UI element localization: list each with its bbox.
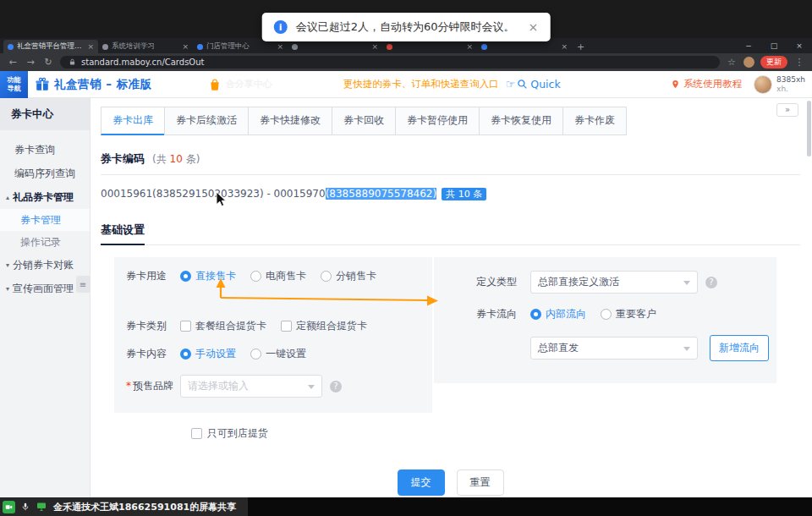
checkbox-fixed-combo-pickup-card[interactable]: 定额组合提货卡: [281, 319, 367, 333]
sidebar-collapse-handle[interactable]: ≡: [76, 276, 90, 293]
favicon: [387, 44, 392, 50]
checkbox-combo-pickup-card[interactable]: 套餐组合提货卡: [180, 319, 266, 333]
sidebar-group-label: 分销券卡对账: [13, 258, 74, 272]
browser-tab-4[interactable]: ×: [288, 40, 382, 53]
form-left-panel: 券卡用途 直接售卡 电商售卡 分销售卡: [114, 257, 432, 413]
search-q-icon: [517, 79, 528, 90]
define-type-select[interactable]: 总部直接定义激活: [530, 271, 698, 294]
tab-quick-modify[interactable]: 券卡快捷修改: [248, 107, 332, 135]
sidebar-item-code-sequence-query[interactable]: 编码序列查询: [0, 162, 90, 185]
function-nav-button[interactable]: 功能 导航: [0, 71, 28, 98]
sidebar-item-operation-log[interactable]: 操作记录: [0, 231, 90, 253]
share-center-link[interactable]: 合分享中心: [208, 78, 272, 91]
card-codes-count: (共 10 条): [152, 153, 200, 165]
help-icon[interactable]: ?: [705, 277, 717, 288]
quick-label: Quick: [530, 78, 560, 91]
help-icon[interactable]: ?: [330, 381, 342, 392]
quick-link[interactable]: Quick: [517, 78, 560, 91]
giftbox-icon: [35, 77, 50, 92]
tab-close-icon[interactable]: ×: [87, 42, 94, 51]
reset-button[interactable]: 重置: [457, 469, 504, 496]
tab-close-icon[interactable]: ×: [182, 42, 189, 51]
radio-label: 直接售卡: [195, 269, 236, 283]
browser-tab-3[interactable]: 门店管理中心 ×: [193, 40, 288, 53]
tab-card-recycle[interactable]: 券卡回收: [332, 107, 396, 135]
radio-icon: [250, 271, 261, 282]
basic-settings-section: 基础设置: [101, 221, 800, 245]
pin-icon: [671, 79, 680, 90]
browser-menu-icon[interactable]: ⋮: [793, 57, 805, 68]
select-value: 总部直接定义激活: [538, 275, 619, 289]
radio-ecommerce-sale[interactable]: 电商售卡: [250, 269, 306, 283]
presale-brand-select[interactable]: 请选择或输入: [180, 375, 322, 398]
close-window-button[interactable]: ×: [787, 38, 812, 53]
favicon: [292, 44, 298, 50]
screen-share-bar: 金禾通技术王斌18662591081的屏幕共享: [0, 497, 812, 516]
sidebar-group-distribution-reconcile[interactable]: ▾ 分销券卡对账: [0, 253, 90, 277]
field-label: 券卡流向: [476, 307, 520, 321]
tab-close-icon[interactable]: ×: [371, 42, 378, 51]
checkbox-label: 定额组合提货卡: [296, 319, 367, 333]
sidebar-group-gift-card-management[interactable]: ▴ 礼品券卡管理: [0, 185, 90, 209]
radio-distribution-sale[interactable]: 分销售卡: [321, 269, 376, 283]
browser-update-chip[interactable]: 更新: [760, 56, 787, 69]
scrollbar-thumb[interactable]: [807, 101, 811, 156]
sidebar-item-card-management[interactable]: 券卡管理: [0, 209, 90, 231]
radio-icon: [321, 271, 332, 282]
forward-icon[interactable]: →: [25, 57, 36, 68]
maximize-button[interactable]: □: [761, 38, 787, 53]
tabs-overflow-button[interactable]: »: [776, 103, 798, 117]
sidebar-group-label: 礼品券卡管理: [13, 190, 74, 205]
form-right-panel: 定义类型 总部直接定义激活 ? 券卡流向 内部流向: [434, 257, 776, 383]
back-icon[interactable]: ←: [7, 57, 19, 68]
section-title-basic-settings: 基础设置: [101, 222, 145, 245]
user-name: 8385xh: [776, 75, 805, 84]
radio-icon: [250, 349, 261, 360]
tab-card-outbound[interactable]: 券卡出库: [101, 107, 165, 135]
field-define-type: 定义类型 总部直接定义激活 ?: [434, 264, 776, 300]
browser-toolbar: ← → ↻ standard.maboy.cn/CardsOut ☆ 更新 ⋮: [0, 53, 812, 71]
microphone-icon[interactable]: [21, 501, 30, 513]
favicon: [481, 44, 487, 50]
flow-target-select[interactable]: 总部直发: [530, 337, 698, 360]
radio-important-customer[interactable]: 重要客户: [601, 307, 656, 321]
browser-tab-6[interactable]: ×: [477, 40, 572, 53]
radio-icon: [601, 309, 612, 320]
tab-card-void[interactable]: 券卡作废: [562, 107, 627, 135]
new-tab-button[interactable]: +: [577, 41, 584, 52]
code-range-highlight: (8385889075578462): [326, 188, 437, 200]
radio-selected-icon: [180, 271, 191, 282]
url-text: standard.maboy.cn/CardsOut: [81, 58, 204, 67]
tutorial-link[interactable]: 系统使用教程: [671, 78, 742, 91]
url-bar[interactable]: standard.maboy.cn/CardsOut: [60, 56, 720, 69]
radio-internal-flow[interactable]: 内部流向: [530, 307, 586, 321]
user-avatar[interactable]: [754, 75, 772, 94]
tab-resume-use[interactable]: 券卡恢复使用: [479, 107, 563, 135]
browser-tab-5[interactable]: ×: [382, 40, 477, 53]
browser-tab-2[interactable]: 系统培训学习 ×: [98, 40, 193, 53]
radio-label: 手动设置: [195, 347, 236, 361]
radio-one-click-setup[interactable]: 一键设置: [250, 347, 306, 361]
minimize-button[interactable]: −: [736, 38, 761, 53]
checkbox-icon[interactable]: [191, 428, 202, 439]
reload-icon[interactable]: ↻: [42, 57, 54, 68]
radio-manual-setup[interactable]: 手动设置: [180, 347, 236, 361]
toast-close-icon[interactable]: ×: [529, 20, 539, 34]
toast-message: 会议已超过2人，自动转为60分钟限时会议。: [296, 19, 515, 35]
browser-profile-avatar[interactable]: [743, 57, 754, 68]
bookmark-star-icon[interactable]: ☆: [726, 57, 738, 68]
scrollbar-track[interactable]: [806, 98, 811, 497]
field-card-content: 券卡内容 手动设置 一键设置: [114, 340, 432, 368]
add-flow-button[interactable]: 新增流向: [710, 335, 769, 361]
radio-direct-sale[interactable]: 直接售卡: [180, 269, 236, 283]
sidebar-item-card-query[interactable]: 券卡查询: [0, 138, 90, 162]
submit-button[interactable]: 提交: [398, 469, 445, 496]
tab-close-icon[interactable]: ×: [277, 42, 283, 51]
tab-suspend-use[interactable]: 券卡暂停使用: [395, 107, 480, 135]
tab-close-icon[interactable]: ×: [466, 42, 473, 51]
tab-close-icon[interactable]: ×: [561, 42, 568, 51]
field-label: 券卡用途: [126, 269, 180, 283]
screen-share-text: 金禾通技术王斌18662591081的屏幕共享: [53, 501, 236, 513]
browser-tab-1[interactable]: 礼盒营销平台管理中心 ×: [3, 40, 98, 53]
tab-followup-activation[interactable]: 券卡后续激活: [164, 107, 249, 135]
